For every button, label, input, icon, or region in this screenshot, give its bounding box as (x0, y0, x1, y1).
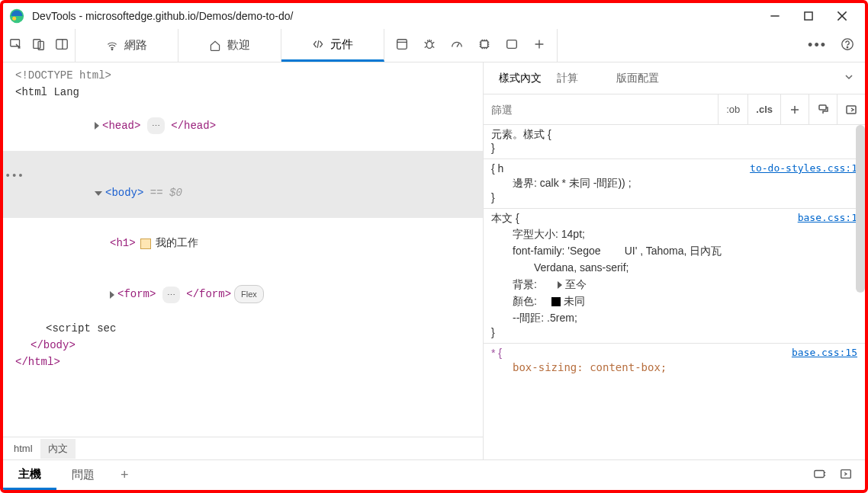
dom-head-open[interactable]: <head> (102, 120, 140, 132)
svg-rect-16 (481, 41, 488, 48)
main-toolbar: 網路 歡迎 元件 ••• (3, 29, 865, 62)
dom-doctype[interactable]: <!DOCTYPE html> (15, 69, 111, 82)
drawer-tab-console[interactable]: 主機 (3, 461, 56, 490)
paint-icon[interactable] (809, 94, 837, 124)
rule-close: } (491, 326, 857, 338)
css-declaration[interactable]: 字型大小: 14pt; (491, 226, 857, 242)
cls-chip[interactable]: .cls (747, 94, 780, 124)
expand-form-icon[interactable] (110, 291, 114, 299)
svg-rect-26 (815, 471, 825, 478)
application-icon[interactable] (395, 37, 409, 53)
tab-network-label: 網路 (124, 38, 147, 53)
devtools-window: DevTools - microsoftedge.github.io/Demos… (0, 0, 868, 493)
titlebar: DevTools - microsoftedge.github.io/Demos… (3, 3, 865, 29)
new-style-rule-icon[interactable] (780, 94, 809, 124)
tab-welcome[interactable]: 歡迎 (178, 29, 281, 62)
add-drawer-tab-icon[interactable]: + (110, 467, 140, 483)
memory-icon[interactable] (477, 37, 491, 53)
dom-body-eq: == $0 (143, 187, 182, 199)
dom-script[interactable]: <script sec (46, 322, 116, 335)
rule-h[interactable]: { h to-do-styles.css:1 邊界: calk * 未同 -間距… (484, 159, 865, 209)
drawer-settings-icon[interactable] (813, 467, 827, 483)
styles-tabs: 樣式內文 計算 版面配置 (484, 62, 865, 94)
drawer-tab-issues[interactable]: 問題 (56, 462, 110, 488)
selected-row-dots[interactable]: ••• (5, 168, 24, 184)
chevron-down-icon[interactable] (833, 72, 865, 85)
rule-close: } (491, 142, 857, 154)
window-title: DevTools - microsoftedge.github.io/Demos… (32, 10, 293, 22)
css-declaration[interactable]: Verdana, sans-serif; (491, 259, 857, 276)
tab-elements-label: 元件 (330, 37, 353, 52)
styles-panel: 樣式內文 計算 版面配置 :ob .cls 元素。樣式 (484, 62, 865, 459)
help-icon[interactable] (841, 37, 854, 53)
tab-network[interactable]: 網路 (76, 29, 178, 62)
collapse-body-icon[interactable] (95, 191, 102, 196)
flex-badge[interactable]: Flex (234, 285, 264, 303)
main-area: <!DOCTYPE html> <html Lang <head> ⋯ </he… (3, 62, 865, 459)
svg-rect-3 (805, 12, 812, 20)
inspect-element-icon[interactable] (9, 37, 23, 53)
bug-icon[interactable] (423, 37, 436, 53)
rule-source-link[interactable]: base.css:1 (798, 212, 857, 226)
more-options-icon[interactable]: ••• (808, 37, 827, 53)
styles-tab-styles[interactable]: 樣式內文 (491, 72, 549, 85)
dom-html-close[interactable]: </html> (15, 356, 60, 368)
css-declaration[interactable]: font-family: 'Segoe UI' , Tahoma, 日內瓦 (491, 242, 857, 259)
svg-rect-12 (397, 40, 407, 50)
drawer-tabs: 主機 問題 + (3, 459, 865, 490)
rule-source-link[interactable]: base.css:15 (792, 347, 857, 359)
dom-form-close[interactable]: </form> (186, 288, 231, 300)
tab-elements[interactable]: 元件 (281, 29, 384, 62)
hov-chip[interactable]: :ob (718, 94, 747, 124)
svg-rect-24 (819, 105, 826, 110)
dom-h1-open[interactable]: <h1> (110, 237, 136, 249)
dom-tree[interactable]: <!DOCTYPE html> <html Lang <head> ⋯ </he… (3, 62, 483, 437)
svg-rect-6 (11, 40, 20, 46)
performance-icon[interactable] (450, 37, 464, 53)
styles-tab-computed[interactable]: 計算 (549, 72, 586, 85)
close-button[interactable] (825, 5, 859, 27)
breadcrumb: html 內文 (3, 437, 483, 459)
expand-icon[interactable] (558, 281, 562, 289)
styles-filter-row: :ob .cls (484, 94, 865, 125)
drawer-collapse-icon[interactable] (839, 467, 853, 483)
css-declaration[interactable]: box-sizing: content-box; (491, 359, 857, 376)
maximize-button[interactable] (792, 5, 825, 27)
svg-point-21 (847, 46, 847, 47)
dom-form-open[interactable]: <form> (117, 288, 156, 300)
rule-close: } (491, 191, 857, 203)
crumb-body[interactable]: 內文 (40, 439, 76, 459)
styles-rules[interactable]: 元素。樣式 { } { h to-do-styles.css:1 邊界: cal… (484, 125, 865, 459)
css-declaration[interactable]: 背景: 至今 (491, 276, 857, 293)
computed-sidebar-icon[interactable] (837, 94, 865, 124)
rule-source-link[interactable]: to-do-styles.css:1 (750, 162, 857, 174)
panel-icon[interactable] (505, 37, 519, 53)
crumb-html[interactable]: html (6, 440, 40, 457)
css-declaration[interactable]: --間距: .5rem; (491, 309, 857, 326)
css-declaration[interactable]: 顏色: 未同 (491, 293, 857, 309)
svg-point-14 (426, 41, 432, 48)
svg-rect-7 (34, 40, 40, 49)
dom-h1-text[interactable]: 我的工作 (156, 237, 198, 249)
styles-tab-layout[interactable]: 版面配置 (609, 72, 667, 85)
styles-filter-input[interactable] (484, 94, 718, 124)
minimize-button[interactable] (758, 5, 792, 27)
expand-head-icon[interactable] (95, 122, 99, 130)
dom-body-close[interactable]: </body> (31, 339, 76, 351)
edge-devtools-icon (9, 8, 24, 24)
rule-body[interactable]: 本文 { base.css:1 字型大小: 14pt; font-family:… (484, 209, 865, 344)
ellipsis-pill[interactable]: ⋯ (162, 287, 180, 303)
dom-html-open[interactable]: <html Lang (15, 86, 79, 98)
add-tab-icon[interactable] (532, 37, 546, 53)
dom-body-open[interactable]: <body> (105, 187, 143, 199)
css-declaration[interactable]: 邊界: calk * 未同 -間距)) ; (491, 174, 857, 191)
ellipsis-pill[interactable]: ⋯ (147, 117, 165, 134)
svg-point-1 (12, 17, 16, 21)
color-swatch[interactable] (551, 297, 561, 306)
scrollbar[interactable] (856, 125, 865, 293)
device-toolbar-icon[interactable] (32, 37, 46, 53)
rule-universal[interactable]: * { base.css:15 box-sizing: content-box; (484, 344, 865, 380)
dom-head-close[interactable]: </head> (171, 120, 216, 132)
dock-side-icon[interactable] (55, 37, 69, 53)
rule-element-style[interactable]: 元素。樣式 { } (484, 125, 865, 159)
